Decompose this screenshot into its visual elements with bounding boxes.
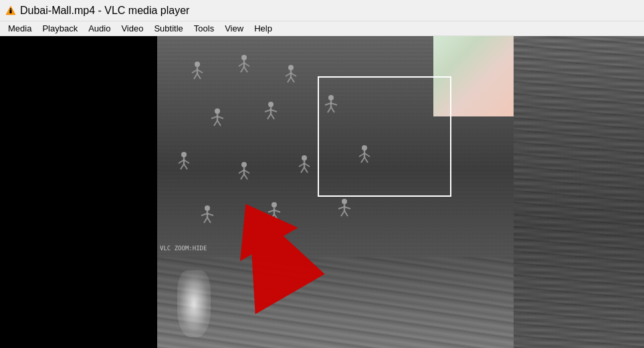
window-title: Dubai-Mall.mp4 - VLC media player: [20, 5, 189, 17]
svg-line-79: [341, 211, 344, 216]
svg-point-51: [302, 155, 307, 161]
svg-point-21: [215, 108, 220, 114]
svg-point-27: [268, 102, 274, 107]
svg-line-8: [197, 74, 201, 79]
menu-media[interactable]: Media: [3, 22, 37, 35]
svg-line-24: [217, 116, 223, 118]
menu-subtitle[interactable]: Subtitle: [148, 22, 188, 35]
svg-point-45: [241, 162, 247, 167]
svg-line-43: [181, 164, 184, 169]
video-area[interactable]: VLC ZOOM:HIDE: [0, 36, 644, 348]
svg-line-29: [265, 110, 271, 112]
svg-line-14: [244, 67, 247, 72]
svg-line-32: [271, 114, 274, 119]
title-bar: Dubai-Mall.mp4 - VLC media player: [0, 0, 644, 21]
svg-point-39: [181, 152, 187, 157]
svg-line-19: [288, 77, 291, 82]
svg-line-20: [291, 77, 294, 82]
svg-point-9: [241, 55, 247, 60]
menu-help[interactable]: Help: [249, 22, 278, 35]
svg-line-26: [217, 120, 221, 126]
red-arrow: [187, 170, 334, 317]
svg-point-2: [10, 8, 11, 9]
menu-playback[interactable]: Playback: [37, 22, 83, 35]
black-bar-bottom-left: [0, 257, 157, 348]
menu-tools[interactable]: Tools: [189, 22, 219, 35]
svg-point-75: [342, 199, 347, 204]
svg-line-30: [271, 110, 277, 112]
menu-view[interactable]: View: [219, 22, 249, 35]
menu-audio[interactable]: Audio: [83, 22, 116, 35]
svg-line-7: [194, 74, 197, 79]
svg-marker-82: [205, 187, 325, 315]
svg-line-31: [267, 114, 271, 119]
svg-rect-1: [10, 10, 12, 13]
video-right-panel: [514, 36, 644, 348]
svg-line-78: [344, 207, 350, 209]
svg-line-80: [344, 211, 348, 216]
menu-video[interactable]: Video: [116, 22, 148, 35]
svg-point-15: [288, 65, 294, 70]
svg-line-44: [184, 164, 187, 169]
zoom-rectangle: [318, 76, 451, 197]
vlc-icon: [5, 5, 16, 16]
svg-line-25: [214, 120, 217, 126]
svg-line-13: [241, 67, 244, 72]
svg-line-23: [211, 116, 217, 118]
menu-bar: Media Playback Audio Video Subtitle Tool…: [0, 21, 644, 36]
svg-line-77: [338, 207, 344, 209]
svg-point-3: [195, 62, 200, 67]
